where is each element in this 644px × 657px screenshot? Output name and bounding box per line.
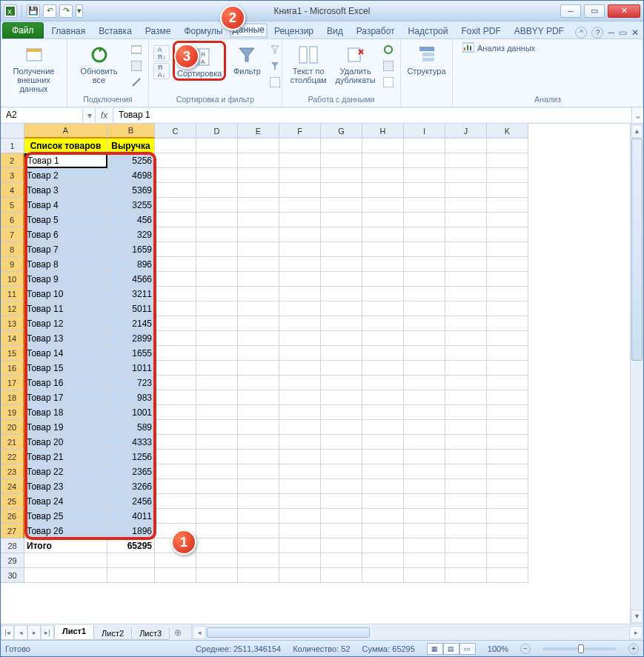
cell-G27[interactable] — [321, 524, 362, 538]
cell-B16[interactable]: 1011 — [107, 361, 155, 376]
row-header-19[interactable]: 19 — [1, 405, 24, 420]
cell-G13[interactable] — [321, 316, 362, 331]
cell-F24[interactable] — [279, 479, 321, 494]
advanced-filter-icon[interactable] — [268, 75, 282, 90]
cell-J27[interactable] — [445, 524, 487, 538]
cell-D24[interactable] — [196, 479, 238, 494]
outline-button[interactable]: Структура — [405, 41, 448, 76]
cell-G12[interactable] — [321, 301, 362, 316]
cell-K7[interactable] — [487, 227, 528, 242]
cell-K13[interactable] — [487, 316, 528, 331]
column-header-K[interactable]: K — [487, 124, 528, 139]
cell-B13[interactable]: 2145 — [107, 316, 155, 331]
close-button[interactable]: ✕ — [608, 4, 640, 18]
excel-icon[interactable]: X — [4, 4, 17, 18]
cell-K9[interactable] — [487, 257, 528, 272]
row-header-15[interactable]: 15 — [1, 346, 24, 361]
cell-K5[interactable] — [487, 198, 528, 213]
cell-C9[interactable] — [155, 257, 196, 272]
column-header-F[interactable]: F — [279, 124, 321, 139]
cell-H30[interactable] — [362, 568, 404, 583]
cell-A16[interactable]: Товар 15 — [24, 361, 107, 376]
cell-D1[interactable] — [196, 139, 238, 153]
row-header-12[interactable]: 12 — [1, 301, 24, 316]
cell-A19[interactable]: Товар 18 — [24, 405, 107, 420]
row-header-9[interactable]: 9 — [1, 257, 24, 272]
name-box-dropdown-icon[interactable]: ▾ — [84, 107, 96, 123]
cell-I10[interactable] — [404, 272, 445, 287]
cell-G28[interactable] — [321, 538, 362, 553]
cell-J24[interactable] — [445, 479, 487, 494]
cell-B30[interactable] — [107, 568, 155, 583]
cell-E18[interactable] — [238, 390, 279, 405]
cell-A29[interactable] — [24, 553, 107, 568]
cell-H16[interactable] — [362, 361, 404, 376]
edit-links-icon[interactable] — [129, 75, 144, 90]
cell-F10[interactable] — [279, 272, 321, 287]
cell-J26[interactable] — [445, 509, 487, 524]
cell-D16[interactable] — [196, 361, 238, 376]
column-header-A[interactable]: A — [24, 124, 107, 139]
cell-B2[interactable]: 5256 — [107, 153, 155, 168]
cell-I28[interactable] — [404, 538, 445, 553]
cell-B9[interactable]: 896 — [107, 257, 155, 272]
cell-B27[interactable]: 1896 — [107, 524, 155, 538]
cell-A3[interactable]: Товар 2 — [24, 168, 107, 183]
cell-J9[interactable] — [445, 257, 487, 272]
cell-C14[interactable] — [155, 331, 196, 346]
cell-K18[interactable] — [487, 390, 528, 405]
cell-E7[interactable] — [238, 227, 279, 242]
column-header-E[interactable]: E — [238, 124, 279, 139]
cell-G26[interactable] — [321, 509, 362, 524]
data-analysis-button[interactable]: Анализ данных — [457, 41, 540, 56]
cell-K26[interactable] — [487, 509, 528, 524]
cell-J12[interactable] — [445, 301, 487, 316]
cell-E10[interactable] — [238, 272, 279, 287]
cell-J19[interactable] — [445, 405, 487, 420]
cell-D11[interactable] — [196, 287, 238, 301]
cell-G25[interactable] — [321, 494, 362, 509]
row-header-4[interactable]: 4 — [1, 183, 24, 198]
cell-I24[interactable] — [404, 479, 445, 494]
cell-K20[interactable] — [487, 420, 528, 435]
scroll-down-icon[interactable]: ▼ — [631, 610, 643, 623]
cell-A20[interactable]: Товар 19 — [24, 420, 107, 435]
cell-I15[interactable] — [404, 346, 445, 361]
scroll-up-icon[interactable]: ▲ — [631, 124, 643, 138]
cell-D21[interactable] — [196, 435, 238, 450]
cell-F3[interactable] — [279, 168, 321, 183]
cell-G29[interactable] — [321, 553, 362, 568]
cell-K22[interactable] — [487, 450, 528, 464]
external-data-button[interactable]: Получение внешних данных — [5, 41, 62, 94]
cell-C8[interactable] — [155, 242, 196, 257]
sort-desc-button[interactable]: ЯА↓ — [153, 63, 170, 79]
cell-G22[interactable] — [321, 450, 362, 464]
cell-H26[interactable] — [362, 509, 404, 524]
cell-B10[interactable]: 4566 — [107, 272, 155, 287]
cell-K25[interactable] — [487, 494, 528, 509]
file-tab[interactable]: Файл — [2, 22, 44, 39]
tab-вставка[interactable]: Вставка — [92, 23, 139, 39]
cell-K16[interactable] — [487, 361, 528, 376]
cell-H17[interactable] — [362, 376, 404, 390]
cell-I1[interactable] — [404, 139, 445, 153]
cell-H8[interactable] — [362, 242, 404, 257]
cell-I25[interactable] — [404, 494, 445, 509]
cell-B12[interactable]: 5011 — [107, 301, 155, 316]
cell-G24[interactable] — [321, 479, 362, 494]
row-header-2[interactable]: 2 — [1, 153, 24, 168]
cell-F20[interactable] — [279, 420, 321, 435]
cell-E14[interactable] — [238, 331, 279, 346]
cell-C30[interactable] — [155, 568, 196, 583]
cell-K12[interactable] — [487, 301, 528, 316]
row-header-26[interactable]: 26 — [1, 509, 24, 524]
cell-B5[interactable]: 3255 — [107, 198, 155, 213]
cell-E3[interactable] — [238, 168, 279, 183]
cell-I26[interactable] — [404, 509, 445, 524]
cell-D27[interactable] — [196, 524, 238, 538]
undo-button[interactable]: ↶ — [43, 4, 56, 18]
cell-J17[interactable] — [445, 376, 487, 390]
cell-G7[interactable] — [321, 227, 362, 242]
tab-abbyy pdf[interactable]: ABBYY PDF — [508, 23, 571, 39]
cell-J15[interactable] — [445, 346, 487, 361]
